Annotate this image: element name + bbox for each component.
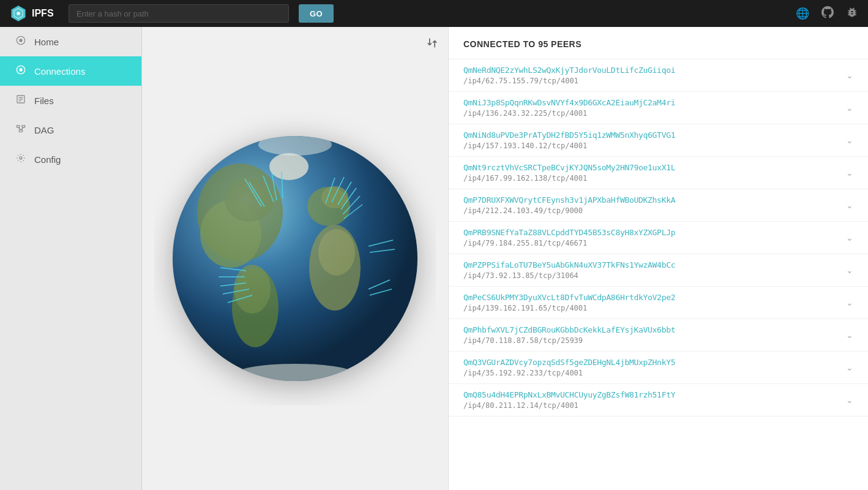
bug-icon[interactable] — [846, 6, 858, 21]
sidebar-config-label: Config — [34, 154, 61, 165]
chevron-down-icon: ⌄ — [846, 168, 853, 178]
peer-hash: QmPRB9SNEfYaTaZ88VLCpddTYD45B53sC8yH8xYZ… — [463, 228, 675, 237]
sidebar-item-home[interactable]: Home — [0, 27, 141, 56]
peer-info: QmPZPPSifaLoTU7BeY5uAbGkN4uXV37TkFNs1Ywz… — [463, 260, 675, 280]
peer-hash: QmNt9rcztVhVcSRCTpeBCvjKYJQN5soMy2HN79oe… — [463, 163, 675, 172]
globe-container — [154, 105, 436, 412]
peer-list-item[interactable]: QmQ3VGUrAZDVcy7opzqSdSf5geZDEHgNL4jbMUxp… — [449, 352, 868, 384]
peer-list-item[interactable]: QmNt9rcztVhVcSRCTpeBCvjKYJQN5soMy2HN79oe… — [449, 157, 868, 189]
peer-address: /ip4/70.118.87.58/tcp/25939 — [463, 336, 675, 345]
sidebar-dag-label: DAG — [34, 125, 54, 135]
peer-hash: QmNiJ3p8SpQqnRKwDsvNVYf4x9D6GXcA2EiauMjC… — [463, 98, 675, 107]
svg-point-31 — [173, 136, 417, 381]
peers-panel: CONNECTED TO 95 PEERS QmNeRdNQE2zYwhLS2w… — [448, 27, 868, 490]
chevron-down-icon: ⌄ — [846, 135, 853, 145]
sidebar-connections-label: Connections — [34, 66, 85, 77]
peer-address: /ip4/212.24.103.49/tcp/9000 — [463, 206, 675, 215]
config-icon — [15, 153, 27, 165]
chevron-down-icon: ⌄ — [846, 103, 853, 113]
globe-area — [142, 27, 448, 490]
swap-icon-area[interactable] — [426, 37, 438, 51]
peer-list-item[interactable]: QmNiJ3p8SpQqnRKwDsvNVYf4x9D6GXcA2EiauMjC… — [449, 92, 868, 124]
main-layout: Home Connections Files DAG Config — [0, 27, 868, 490]
peer-address: /ip4/167.99.162.138/tcp/4001 — [463, 174, 675, 183]
peer-list-item[interactable]: QmP7DRUXFXWVQrytCFEynsh3v1jAPXbaHfWBoUDK… — [449, 189, 868, 222]
connections-icon — [15, 65, 27, 77]
peer-info: QmNiNd8uPVDe3PrATyDH2fBD5Y5iq1zWMW5nXhyq… — [463, 130, 675, 150]
peers-list: QmNeRdNQE2zYwhLS2wQxKjyTJdorVouLDtLifcZu… — [449, 59, 868, 417]
svg-point-16 — [20, 157, 22, 159]
chevron-down-icon: ⌄ — [846, 298, 853, 307]
sidebar-item-dag[interactable]: DAG — [0, 115, 141, 145]
peer-hash: QmNiNd8uPVDe3PrATyDH2fBD5Y5iq1zWMW5nXhyq… — [463, 130, 675, 140]
peer-address: /ip4/73.92.13.85/tcp/31064 — [463, 271, 675, 280]
dag-icon — [15, 124, 27, 136]
peer-info: QmNiJ3p8SpQqnRKwDsvNVYf4x9D6GXcA2EiauMjC… — [463, 98, 675, 118]
sidebar-home-label: Home — [34, 37, 59, 47]
peer-list-item[interactable]: QmPeCS6UkPMY3DyuXVcLt8DfvTuWCdpA86HrtdkY… — [449, 287, 868, 319]
peer-hash: QmQ3VGUrAZDVcy7opzqSdSf5geZDEHgNL4jbMUxp… — [463, 358, 675, 367]
peer-address: /ip4/157.193.140.12/tcp/4001 — [463, 141, 675, 150]
peer-info: QmNt9rcztVhVcSRCTpeBCvjKYJQN5soMy2HN79oe… — [463, 163, 675, 183]
content-area: CONNECTED TO 95 PEERS QmNeRdNQE2zYwhLS2w… — [142, 27, 868, 490]
peer-list-item[interactable]: QmNiNd8uPVDe3PrATyDH2fBD5Y5iq1zWMW5nXhyq… — [449, 124, 868, 157]
peer-address: /ip4/136.243.32.225/tcp/4001 — [463, 109, 675, 118]
header: IPFS GO 🌐 — [0, 0, 868, 27]
peer-hash: QmP7DRUXFXWVQrytCFEynsh3v1jAPXbaHfWBoUDK… — [463, 195, 675, 205]
peer-info: QmP7DRUXFXWVQrytCFEynsh3v1jAPXbaHfWBoUDK… — [463, 195, 675, 215]
peer-list-item[interactable]: QmPRB9SNEfYaTaZ88VLCpddTYD45B53sC8yH8xYZ… — [449, 222, 868, 254]
peer-info: QmNeRdNQE2zYwhLS2wQxKjyTJdorVouLDtLifcZu… — [463, 66, 675, 85]
globe-svg — [154, 111, 436, 405]
peer-hash: QmQ85u4dH4EPRpNxLxBMvUCHCUyuyZgBZsfW81rz… — [463, 390, 675, 399]
svg-rect-11 — [17, 126, 20, 127]
github-icon[interactable] — [821, 6, 834, 21]
svg-point-4 — [19, 39, 22, 42]
peer-list-item[interactable]: QmPhbfwXVL7jCZdBGRouKGbbDcKekkLafEYsjKaV… — [449, 319, 868, 352]
peer-list-item[interactable]: QmQ85u4dH4EPRpNxLxBMvUCHCUyuyZgBZsfW81rz… — [449, 384, 868, 417]
peer-address: /ip4/80.211.12.14/tcp/4001 — [463, 401, 675, 410]
logo-text: IPFS — [32, 8, 54, 19]
peer-hash: QmPZPPSifaLoTU7BeY5uAbGkN4uXV37TkFNs1Ywz… — [463, 260, 675, 270]
peer-list-item[interactable]: QmPZPPSifaLoTU7BeY5uAbGkN4uXV37TkFNs1Ywz… — [449, 254, 868, 287]
peer-info: QmPRB9SNEfYaTaZ88VLCpddTYD45B53sC8yH8xYZ… — [463, 228, 675, 247]
svg-point-6 — [19, 68, 22, 71]
search-input[interactable] — [69, 4, 289, 23]
peer-info: QmPhbfwXVL7jCZdBGRouKGbbDcKekkLafEYsjKaV… — [463, 325, 675, 345]
peer-address: /ip4/35.192.92.233/tcp/4001 — [463, 369, 675, 377]
chevron-down-icon: ⌄ — [846, 200, 853, 210]
sidebar-item-config[interactable]: Config — [0, 145, 141, 174]
peer-info: QmQ85u4dH4EPRpNxLxBMvUCHCUyuyZgBZsfW81rz… — [463, 390, 675, 410]
chevron-down-icon: ⌄ — [846, 70, 853, 80]
sidebar-item-files[interactable]: Files — [0, 86, 141, 115]
files-icon — [15, 94, 27, 107]
peer-list-item[interactable]: QmNeRdNQE2zYwhLS2wQxKjyTJdorVouLDtLifcZu… — [449, 59, 868, 92]
peer-hash: QmPhbfwXVL7jCZdBGRouKGbbDcKekkLafEYsjKaV… — [463, 325, 675, 334]
header-icons: 🌐 — [796, 6, 858, 21]
svg-rect-13 — [19, 130, 22, 132]
peers-header: CONNECTED TO 95 PEERS — [449, 27, 868, 59]
chevron-down-icon: ⌄ — [846, 363, 853, 372]
sidebar-item-connections[interactable]: Connections — [0, 56, 141, 86]
peer-address: /ip4/62.75.155.79/tcp/4001 — [463, 77, 675, 85]
peer-address: /ip4/79.184.255.81/tcp/46671 — [463, 239, 675, 247]
peer-info: QmQ3VGUrAZDVcy7opzqSdSf5geZDEHgNL4jbMUxp… — [463, 358, 675, 377]
peer-address: /ip4/139.162.191.65/tcp/4001 — [463, 304, 675, 312]
logo: IPFS — [10, 5, 59, 22]
ipfs-logo-icon — [10, 5, 27, 22]
peer-hash: QmNeRdNQE2zYwhLS2wQxKjyTJdorVouLDtLifcZu… — [463, 66, 675, 75]
sidebar-files-label: Files — [34, 96, 54, 106]
chevron-down-icon: ⌄ — [846, 265, 853, 275]
sidebar: Home Connections Files DAG Config — [0, 27, 142, 490]
peer-info: QmPeCS6UkPMY3DyuXVcLt8DfvTuWCdpA86HrtdkY… — [463, 293, 675, 312]
home-icon — [15, 36, 27, 48]
go-button[interactable]: GO — [299, 4, 334, 23]
chevron-down-icon: ⌄ — [846, 395, 853, 405]
svg-rect-12 — [22, 126, 25, 127]
chevron-down-icon: ⌄ — [846, 233, 853, 243]
globe-icon[interactable]: 🌐 — [796, 7, 809, 20]
peer-hash: QmPeCS6UkPMY3DyuXVcLt8DfvTuWCdpA86HrtdkY… — [463, 293, 675, 302]
chevron-down-icon: ⌄ — [846, 330, 853, 340]
svg-point-2 — [17, 12, 20, 15]
